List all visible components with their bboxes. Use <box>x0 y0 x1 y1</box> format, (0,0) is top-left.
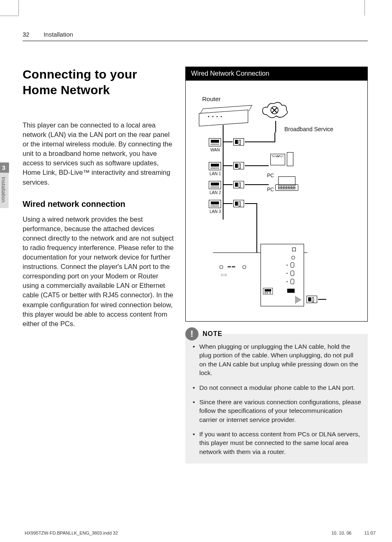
side-tab-label: Installation <box>0 173 9 208</box>
cable <box>245 141 275 142</box>
plug-icon <box>233 138 244 146</box>
cable <box>274 132 275 142</box>
crop-mark <box>364 0 365 16</box>
wan-port-icon <box>209 138 221 146</box>
note-body: When plugging or unplugging the LAN cabl… <box>185 334 368 463</box>
side-tab-number: 3 <box>0 162 9 173</box>
cable <box>245 184 269 185</box>
lan3-label: LAN 3 <box>210 209 221 214</box>
cable <box>245 165 269 166</box>
page-footer: HX995TZW-FD.BPANLLK_ENG_3803.indd 32 10.… <box>25 530 376 535</box>
note-item: If you want to access content from PCs o… <box>192 430 361 456</box>
diagram-title: Wired Network Connection <box>185 67 368 81</box>
note-item: When plugging or unplugging the LAN cabl… <box>192 342 361 378</box>
cable <box>275 121 276 132</box>
cable <box>223 141 233 142</box>
pc-tower-icon <box>287 152 293 166</box>
cable <box>245 203 257 204</box>
laptop-icon <box>275 184 298 191</box>
body-paragraph: Using a wired network provides the best … <box>23 215 174 329</box>
plug-icon <box>307 296 317 303</box>
page-number: 32 <box>23 31 30 38</box>
cable <box>223 125 224 220</box>
footer-date: 10. 10. 06 <box>331 530 351 535</box>
note-icon: ! <box>185 327 198 340</box>
plug-icon <box>233 162 244 169</box>
cable <box>318 299 326 300</box>
note-title: NOTE <box>203 330 222 338</box>
side-tab: 3 Installation <box>0 162 9 208</box>
subheading: Wired network connection <box>23 199 174 209</box>
cable <box>223 184 233 185</box>
crop-mark <box>0 16 18 16</box>
section-name: Installation <box>44 31 73 38</box>
lan-port-icon <box>209 200 221 208</box>
plug-icon <box>233 200 244 207</box>
cable <box>256 203 257 252</box>
lan1-label: LAN 1 <box>210 171 221 176</box>
lan-port-icon <box>209 162 221 170</box>
router-leds: • • • • <box>208 114 223 119</box>
note-item: Since there are various connection confi… <box>192 398 361 424</box>
lan-port-icon <box>209 181 221 189</box>
arrow-icon <box>295 296 302 304</box>
page-header: 32 Installation <box>23 31 368 41</box>
footer-filename: HX995TZW-FD.BPANLLK_ENG_3803.indd 32 <box>25 530 118 535</box>
page-title: Connecting to your Home Network <box>23 67 174 97</box>
cable <box>223 165 233 166</box>
pc2-label: PC <box>267 187 274 192</box>
router-label: Router <box>202 95 221 102</box>
pc1-label: PC <box>267 173 274 178</box>
lan2-label: LAN 2 <box>210 190 221 195</box>
broadband-label: Broadband Service <box>284 126 333 133</box>
cable <box>223 203 233 204</box>
intro-paragraph: This player can be connected to a local … <box>23 120 174 187</box>
pc-monitor-icon <box>270 154 285 165</box>
player-rear-panel: ▬ ▬ ▯ ▪ ▯ • • • <box>213 252 307 306</box>
network-diagram: Router • • • • Broadband Service WAN <box>185 81 368 322</box>
cloud-icon <box>261 100 289 121</box>
note-item: Do not connect a modular phone cable to … <box>192 383 361 392</box>
crop-mark <box>18 0 19 16</box>
plug-icon <box>233 181 244 188</box>
note-header: ! NOTE <box>185 327 368 340</box>
footer-time: 11:07 <box>364 530 376 535</box>
wan-label: WAN <box>210 148 220 152</box>
